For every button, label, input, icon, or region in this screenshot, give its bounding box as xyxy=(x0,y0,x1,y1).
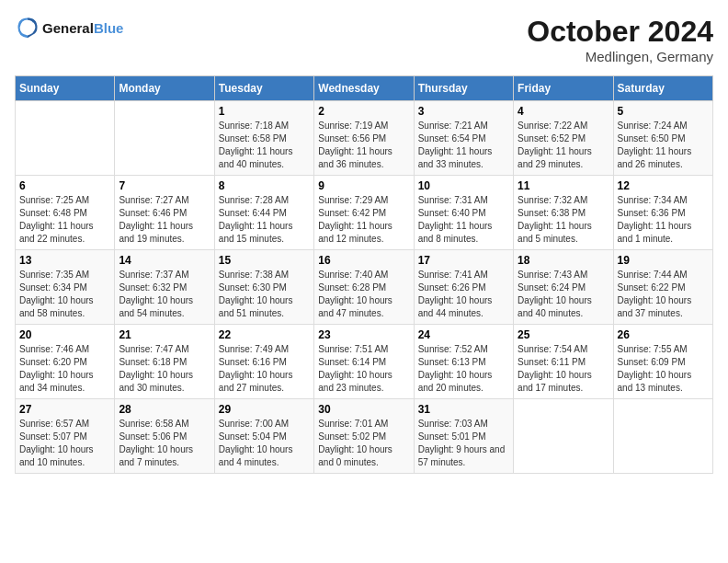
day-info: Sunrise: 7:01 AMSunset: 5:02 PMDaylight:… xyxy=(318,418,409,469)
day-info: Sunrise: 7:18 AMSunset: 6:58 PMDaylight:… xyxy=(219,120,310,171)
weekday-header: Thursday xyxy=(414,76,513,101)
calendar-cell: 22 Sunrise: 7:49 AMSunset: 6:16 PMDaylig… xyxy=(214,325,313,399)
calendar-cell: 23 Sunrise: 7:51 AMSunset: 6:14 PMDaylig… xyxy=(314,325,414,399)
day-info: Sunrise: 7:54 AMSunset: 6:11 PMDaylight:… xyxy=(518,343,609,395)
day-info: Sunrise: 7:19 AMSunset: 6:56 PMDaylight:… xyxy=(318,120,409,171)
calendar-cell: 27 Sunrise: 6:57 AMSunset: 5:07 PMDaylig… xyxy=(16,399,115,474)
location: Medlingen, Germany xyxy=(527,49,713,64)
day-number: 8 xyxy=(219,179,310,192)
calendar-cell: 9 Sunrise: 7:29 AMSunset: 6:42 PMDayligh… xyxy=(314,176,414,250)
day-info: Sunrise: 7:43 AMSunset: 6:24 PMDaylight:… xyxy=(518,269,609,320)
day-number: 9 xyxy=(318,179,409,192)
day-number: 11 xyxy=(518,179,609,192)
calendar-cell xyxy=(613,399,712,474)
day-number: 18 xyxy=(518,254,609,267)
weekday-header: Wednesday xyxy=(314,76,414,101)
day-info: Sunrise: 7:31 AMSunset: 6:40 PMDaylight:… xyxy=(418,194,509,246)
calendar-cell: 12 Sunrise: 7:34 AMSunset: 6:36 PMDaylig… xyxy=(613,176,712,250)
day-info: Sunrise: 7:25 AMSunset: 6:48 PMDaylight:… xyxy=(19,194,110,246)
day-info: Sunrise: 7:49 AMSunset: 6:16 PMDaylight:… xyxy=(219,343,310,395)
day-number: 23 xyxy=(318,328,409,341)
calendar-cell: 14 Sunrise: 7:37 AMSunset: 6:32 PMDaylig… xyxy=(115,250,214,325)
calendar-cell: 11 Sunrise: 7:32 AMSunset: 6:38 PMDaylig… xyxy=(514,176,613,250)
day-number: 29 xyxy=(219,403,310,416)
day-info: Sunrise: 7:27 AMSunset: 6:46 PMDaylight:… xyxy=(119,194,210,246)
day-number: 20 xyxy=(19,328,110,341)
calendar-cell: 24 Sunrise: 7:52 AMSunset: 6:13 PMDaylig… xyxy=(414,325,513,399)
calendar-week-row: 13 Sunrise: 7:35 AMSunset: 6:34 PMDaylig… xyxy=(16,250,713,325)
day-info: Sunrise: 6:58 AMSunset: 5:06 PMDaylight:… xyxy=(119,418,210,469)
day-number: 27 xyxy=(19,403,110,416)
calendar-cell: 2 Sunrise: 7:19 AMSunset: 6:56 PMDayligh… xyxy=(314,101,414,176)
day-info: Sunrise: 7:22 AMSunset: 6:52 PMDaylight:… xyxy=(518,120,609,171)
weekday-header: Friday xyxy=(514,76,613,101)
weekday-header: Monday xyxy=(115,76,214,101)
day-number: 16 xyxy=(318,254,409,267)
calendar-cell: 26 Sunrise: 7:55 AMSunset: 6:09 PMDaylig… xyxy=(613,325,712,399)
title-area: October 2024 Medlingen, Germany xyxy=(527,15,713,64)
day-info: Sunrise: 7:34 AMSunset: 6:36 PMDaylight:… xyxy=(618,194,709,246)
day-info: Sunrise: 7:35 AMSunset: 6:34 PMDaylight:… xyxy=(19,269,110,320)
day-number: 24 xyxy=(418,328,509,341)
calendar-cell: 4 Sunrise: 7:22 AMSunset: 6:52 PMDayligh… xyxy=(514,101,613,176)
calendar-cell: 13 Sunrise: 7:35 AMSunset: 6:34 PMDaylig… xyxy=(16,250,115,325)
day-info: Sunrise: 7:28 AMSunset: 6:44 PMDaylight:… xyxy=(219,194,310,246)
calendar-cell: 30 Sunrise: 7:01 AMSunset: 5:02 PMDaylig… xyxy=(314,399,414,474)
calendar-week-row: 27 Sunrise: 6:57 AMSunset: 5:07 PMDaylig… xyxy=(16,399,713,474)
calendar-week-row: 1 Sunrise: 7:18 AMSunset: 6:58 PMDayligh… xyxy=(16,101,713,176)
calendar-cell: 18 Sunrise: 7:43 AMSunset: 6:24 PMDaylig… xyxy=(514,250,613,325)
day-number: 30 xyxy=(318,403,409,416)
day-number: 12 xyxy=(618,179,709,192)
calendar-cell xyxy=(115,101,214,176)
calendar-cell: 8 Sunrise: 7:28 AMSunset: 6:44 PMDayligh… xyxy=(214,176,313,250)
day-number: 22 xyxy=(219,328,310,341)
svg-marker-0 xyxy=(25,24,30,31)
day-number: 19 xyxy=(618,254,709,267)
calendar-table: SundayMondayTuesdayWednesdayThursdayFrid… xyxy=(15,75,713,474)
day-info: Sunrise: 7:40 AMSunset: 6:28 PMDaylight:… xyxy=(318,269,409,320)
calendar-cell: 16 Sunrise: 7:40 AMSunset: 6:28 PMDaylig… xyxy=(314,250,414,325)
day-number: 4 xyxy=(518,105,609,118)
day-info: Sunrise: 7:51 AMSunset: 6:14 PMDaylight:… xyxy=(318,343,409,395)
calendar-cell: 17 Sunrise: 7:41 AMSunset: 6:26 PMDaylig… xyxy=(414,250,513,325)
day-info: Sunrise: 6:57 AMSunset: 5:07 PMDaylight:… xyxy=(19,418,110,469)
calendar-body: 1 Sunrise: 7:18 AMSunset: 6:58 PMDayligh… xyxy=(16,101,713,474)
day-info: Sunrise: 7:21 AMSunset: 6:54 PMDaylight:… xyxy=(418,120,509,171)
day-info: Sunrise: 7:00 AMSunset: 5:04 PMDaylight:… xyxy=(219,418,310,469)
calendar-cell: 15 Sunrise: 7:38 AMSunset: 6:30 PMDaylig… xyxy=(214,250,313,325)
calendar-cell: 3 Sunrise: 7:21 AMSunset: 6:54 PMDayligh… xyxy=(414,101,513,176)
calendar-cell xyxy=(514,399,613,474)
day-number: 13 xyxy=(19,254,110,267)
day-info: Sunrise: 7:55 AMSunset: 6:09 PMDaylight:… xyxy=(618,343,709,395)
day-info: Sunrise: 7:29 AMSunset: 6:42 PMDaylight:… xyxy=(318,194,409,246)
logo-icon xyxy=(15,15,40,40)
day-number: 31 xyxy=(418,403,509,416)
calendar-header: SundayMondayTuesdayWednesdayThursdayFrid… xyxy=(16,76,713,101)
logo: GeneralBlue xyxy=(15,15,123,40)
weekday-header: Tuesday xyxy=(214,76,313,101)
day-info: Sunrise: 7:41 AMSunset: 6:26 PMDaylight:… xyxy=(418,269,509,320)
day-number: 25 xyxy=(518,328,609,341)
calendar-cell: 21 Sunrise: 7:47 AMSunset: 6:18 PMDaylig… xyxy=(115,325,214,399)
calendar-cell xyxy=(16,101,115,176)
calendar-cell: 1 Sunrise: 7:18 AMSunset: 6:58 PMDayligh… xyxy=(214,101,313,176)
day-number: 14 xyxy=(119,254,210,267)
day-number: 1 xyxy=(219,105,310,118)
day-info: Sunrise: 7:38 AMSunset: 6:30 PMDaylight:… xyxy=(219,269,310,320)
calendar-cell: 25 Sunrise: 7:54 AMSunset: 6:11 PMDaylig… xyxy=(514,325,613,399)
calendar-cell: 29 Sunrise: 7:00 AMSunset: 5:04 PMDaylig… xyxy=(214,399,313,474)
calendar-cell: 7 Sunrise: 7:27 AMSunset: 6:46 PMDayligh… xyxy=(115,176,214,250)
calendar-cell: 28 Sunrise: 6:58 AMSunset: 5:06 PMDaylig… xyxy=(115,399,214,474)
day-info: Sunrise: 7:03 AMSunset: 5:01 PMDaylight:… xyxy=(418,418,509,469)
day-info: Sunrise: 7:47 AMSunset: 6:18 PMDaylight:… xyxy=(119,343,210,395)
day-info: Sunrise: 7:52 AMSunset: 6:13 PMDaylight:… xyxy=(418,343,509,395)
day-number: 21 xyxy=(119,328,210,341)
calendar-cell: 31 Sunrise: 7:03 AMSunset: 5:01 PMDaylig… xyxy=(414,399,513,474)
day-number: 10 xyxy=(418,179,509,192)
day-number: 5 xyxy=(618,105,709,118)
day-info: Sunrise: 7:32 AMSunset: 6:38 PMDaylight:… xyxy=(518,194,609,246)
day-number: 17 xyxy=(418,254,509,267)
calendar-cell: 6 Sunrise: 7:25 AMSunset: 6:48 PMDayligh… xyxy=(16,176,115,250)
month-title: October 2024 xyxy=(527,15,713,49)
day-number: 2 xyxy=(318,105,409,118)
